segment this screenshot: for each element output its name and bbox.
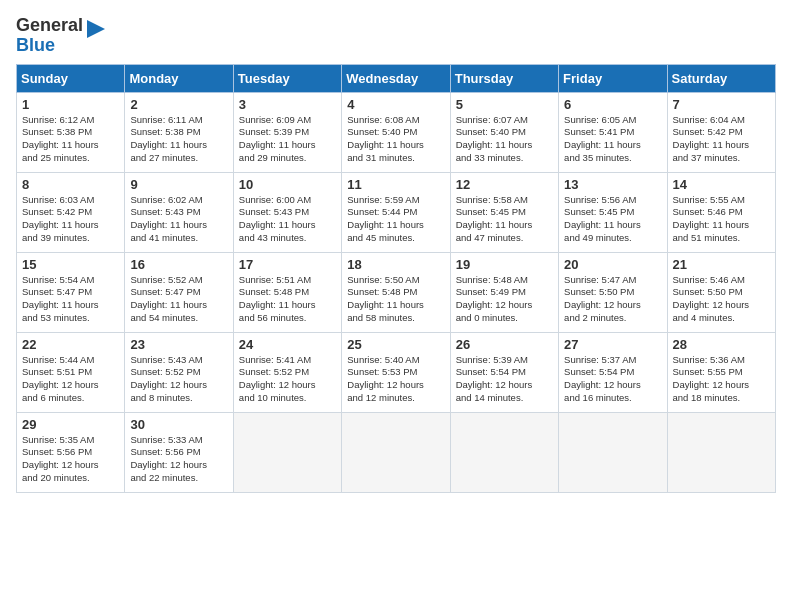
day-number: 24	[239, 337, 336, 352]
logo-arrow-icon	[87, 20, 105, 38]
day-number: 16	[130, 257, 227, 272]
calendar-cell: 2Sunrise: 6:11 AM Sunset: 5:38 PM Daylig…	[125, 92, 233, 172]
calendar-table: SundayMondayTuesdayWednesdayThursdayFrid…	[16, 64, 776, 493]
svg-marker-0	[87, 20, 105, 38]
cell-text: Sunrise: 6:02 AM Sunset: 5:43 PM Dayligh…	[130, 194, 227, 245]
calendar-cell: 3Sunrise: 6:09 AM Sunset: 5:39 PM Daylig…	[233, 92, 341, 172]
cell-text: Sunrise: 5:40 AM Sunset: 5:53 PM Dayligh…	[347, 354, 444, 405]
calendar-cell: 25Sunrise: 5:40 AM Sunset: 5:53 PM Dayli…	[342, 332, 450, 412]
day-number: 11	[347, 177, 444, 192]
day-number: 29	[22, 417, 119, 432]
cell-text: Sunrise: 5:54 AM Sunset: 5:47 PM Dayligh…	[22, 274, 119, 325]
calendar-cell: 10Sunrise: 6:00 AM Sunset: 5:43 PM Dayli…	[233, 172, 341, 252]
day-number: 10	[239, 177, 336, 192]
calendar-cell: 6Sunrise: 6:05 AM Sunset: 5:41 PM Daylig…	[559, 92, 667, 172]
cell-text: Sunrise: 5:37 AM Sunset: 5:54 PM Dayligh…	[564, 354, 661, 405]
day-number: 14	[673, 177, 770, 192]
cell-text: Sunrise: 5:51 AM Sunset: 5:48 PM Dayligh…	[239, 274, 336, 325]
calendar-cell: 15Sunrise: 5:54 AM Sunset: 5:47 PM Dayli…	[17, 252, 125, 332]
calendar-cell	[450, 412, 558, 492]
calendar-week-2: 8Sunrise: 6:03 AM Sunset: 5:42 PM Daylig…	[17, 172, 776, 252]
calendar-header-row: SundayMondayTuesdayWednesdayThursdayFrid…	[17, 64, 776, 92]
calendar-week-5: 29Sunrise: 5:35 AM Sunset: 5:56 PM Dayli…	[17, 412, 776, 492]
day-number: 13	[564, 177, 661, 192]
day-number: 3	[239, 97, 336, 112]
calendar-cell: 9Sunrise: 6:02 AM Sunset: 5:43 PM Daylig…	[125, 172, 233, 252]
cell-text: Sunrise: 5:44 AM Sunset: 5:51 PM Dayligh…	[22, 354, 119, 405]
cell-text: Sunrise: 6:05 AM Sunset: 5:41 PM Dayligh…	[564, 114, 661, 165]
cell-text: Sunrise: 5:56 AM Sunset: 5:45 PM Dayligh…	[564, 194, 661, 245]
calendar-cell: 17Sunrise: 5:51 AM Sunset: 5:48 PM Dayli…	[233, 252, 341, 332]
cell-text: Sunrise: 6:09 AM Sunset: 5:39 PM Dayligh…	[239, 114, 336, 165]
cell-text: Sunrise: 5:48 AM Sunset: 5:49 PM Dayligh…	[456, 274, 553, 325]
calendar-cell: 26Sunrise: 5:39 AM Sunset: 5:54 PM Dayli…	[450, 332, 558, 412]
cell-text: Sunrise: 6:00 AM Sunset: 5:43 PM Dayligh…	[239, 194, 336, 245]
calendar-cell: 11Sunrise: 5:59 AM Sunset: 5:44 PM Dayli…	[342, 172, 450, 252]
cell-text: Sunrise: 6:11 AM Sunset: 5:38 PM Dayligh…	[130, 114, 227, 165]
calendar-cell	[559, 412, 667, 492]
cell-text: Sunrise: 5:33 AM Sunset: 5:56 PM Dayligh…	[130, 434, 227, 485]
cell-text: Sunrise: 5:39 AM Sunset: 5:54 PM Dayligh…	[456, 354, 553, 405]
day-number: 2	[130, 97, 227, 112]
calendar-cell: 21Sunrise: 5:46 AM Sunset: 5:50 PM Dayli…	[667, 252, 775, 332]
day-header-thursday: Thursday	[450, 64, 558, 92]
day-number: 9	[130, 177, 227, 192]
day-number: 23	[130, 337, 227, 352]
calendar-cell: 24Sunrise: 5:41 AM Sunset: 5:52 PM Dayli…	[233, 332, 341, 412]
calendar-cell: 29Sunrise: 5:35 AM Sunset: 5:56 PM Dayli…	[17, 412, 125, 492]
day-number: 4	[347, 97, 444, 112]
logo: General Blue	[16, 16, 105, 56]
day-header-tuesday: Tuesday	[233, 64, 341, 92]
day-number: 1	[22, 97, 119, 112]
calendar-cell: 7Sunrise: 6:04 AM Sunset: 5:42 PM Daylig…	[667, 92, 775, 172]
cell-text: Sunrise: 6:08 AM Sunset: 5:40 PM Dayligh…	[347, 114, 444, 165]
day-number: 22	[22, 337, 119, 352]
day-header-monday: Monday	[125, 64, 233, 92]
day-header-saturday: Saturday	[667, 64, 775, 92]
calendar-cell	[667, 412, 775, 492]
cell-text: Sunrise: 5:47 AM Sunset: 5:50 PM Dayligh…	[564, 274, 661, 325]
day-number: 15	[22, 257, 119, 272]
cell-text: Sunrise: 5:52 AM Sunset: 5:47 PM Dayligh…	[130, 274, 227, 325]
calendar-cell: 14Sunrise: 5:55 AM Sunset: 5:46 PM Dayli…	[667, 172, 775, 252]
calendar-cell: 16Sunrise: 5:52 AM Sunset: 5:47 PM Dayli…	[125, 252, 233, 332]
calendar-cell: 4Sunrise: 6:08 AM Sunset: 5:40 PM Daylig…	[342, 92, 450, 172]
cell-text: Sunrise: 5:36 AM Sunset: 5:55 PM Dayligh…	[673, 354, 770, 405]
day-header-friday: Friday	[559, 64, 667, 92]
day-number: 27	[564, 337, 661, 352]
cell-text: Sunrise: 6:03 AM Sunset: 5:42 PM Dayligh…	[22, 194, 119, 245]
calendar-cell: 1Sunrise: 6:12 AM Sunset: 5:38 PM Daylig…	[17, 92, 125, 172]
day-number: 26	[456, 337, 553, 352]
calendar-cell: 22Sunrise: 5:44 AM Sunset: 5:51 PM Dayli…	[17, 332, 125, 412]
cell-text: Sunrise: 6:07 AM Sunset: 5:40 PM Dayligh…	[456, 114, 553, 165]
calendar-week-4: 22Sunrise: 5:44 AM Sunset: 5:51 PM Dayli…	[17, 332, 776, 412]
day-number: 20	[564, 257, 661, 272]
cell-text: Sunrise: 5:41 AM Sunset: 5:52 PM Dayligh…	[239, 354, 336, 405]
calendar-cell: 18Sunrise: 5:50 AM Sunset: 5:48 PM Dayli…	[342, 252, 450, 332]
calendar-cell: 13Sunrise: 5:56 AM Sunset: 5:45 PM Dayli…	[559, 172, 667, 252]
cell-text: Sunrise: 5:43 AM Sunset: 5:52 PM Dayligh…	[130, 354, 227, 405]
calendar-cell: 19Sunrise: 5:48 AM Sunset: 5:49 PM Dayli…	[450, 252, 558, 332]
day-number: 28	[673, 337, 770, 352]
day-number: 7	[673, 97, 770, 112]
cell-text: Sunrise: 5:50 AM Sunset: 5:48 PM Dayligh…	[347, 274, 444, 325]
calendar-cell: 27Sunrise: 5:37 AM Sunset: 5:54 PM Dayli…	[559, 332, 667, 412]
calendar-week-3: 15Sunrise: 5:54 AM Sunset: 5:47 PM Dayli…	[17, 252, 776, 332]
day-number: 30	[130, 417, 227, 432]
calendar-week-1: 1Sunrise: 6:12 AM Sunset: 5:38 PM Daylig…	[17, 92, 776, 172]
day-number: 8	[22, 177, 119, 192]
cell-text: Sunrise: 5:58 AM Sunset: 5:45 PM Dayligh…	[456, 194, 553, 245]
cell-text: Sunrise: 5:55 AM Sunset: 5:46 PM Dayligh…	[673, 194, 770, 245]
cell-text: Sunrise: 6:04 AM Sunset: 5:42 PM Dayligh…	[673, 114, 770, 165]
calendar-cell: 23Sunrise: 5:43 AM Sunset: 5:52 PM Dayli…	[125, 332, 233, 412]
calendar-cell	[233, 412, 341, 492]
calendar-cell: 5Sunrise: 6:07 AM Sunset: 5:40 PM Daylig…	[450, 92, 558, 172]
calendar-cell	[342, 412, 450, 492]
cell-text: Sunrise: 5:35 AM Sunset: 5:56 PM Dayligh…	[22, 434, 119, 485]
cell-text: Sunrise: 6:12 AM Sunset: 5:38 PM Dayligh…	[22, 114, 119, 165]
day-number: 25	[347, 337, 444, 352]
day-number: 17	[239, 257, 336, 272]
day-number: 6	[564, 97, 661, 112]
cell-text: Sunrise: 5:59 AM Sunset: 5:44 PM Dayligh…	[347, 194, 444, 245]
calendar-cell: 28Sunrise: 5:36 AM Sunset: 5:55 PM Dayli…	[667, 332, 775, 412]
